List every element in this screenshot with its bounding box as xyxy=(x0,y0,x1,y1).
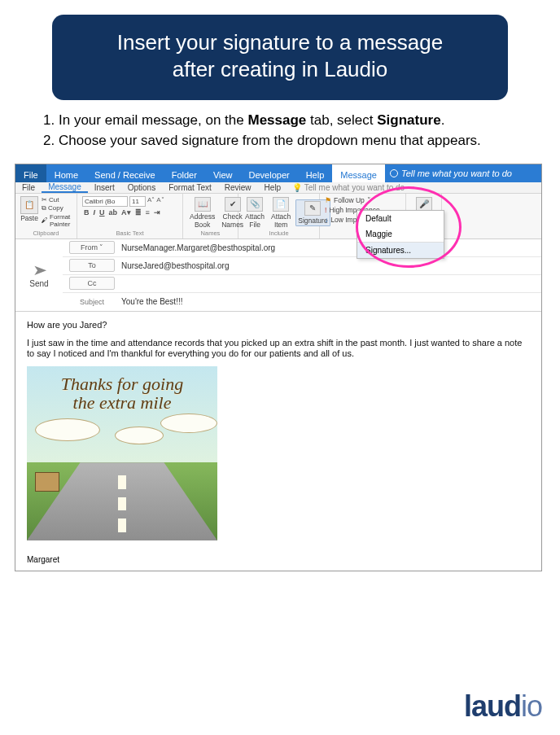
copy-icon: ⧉ xyxy=(42,204,46,212)
laudio-logo: laudio xyxy=(464,689,542,724)
paste-button[interactable]: 📋 Paste xyxy=(20,196,38,228)
font-color-icon[interactable]: A▾ xyxy=(120,208,133,217)
tab-message-active[interactable]: Message xyxy=(332,164,385,182)
group-basic-text: Calibri (Bo 11 A˄ A˅ B I U ab A▾ ≣ ≡ ⇥ B… xyxy=(77,194,183,238)
tab-folder[interactable]: Folder xyxy=(164,164,205,182)
tab-developer[interactable]: Developer xyxy=(241,164,298,182)
clipboard-group-label: Clipboard xyxy=(20,230,72,237)
follow-up-button[interactable]: ⚑Follow Up˅ xyxy=(325,196,400,205)
grow-font-icon[interactable]: A˄ xyxy=(147,196,155,207)
attach-item-icon: 📄 xyxy=(273,197,289,212)
subtab-help[interactable]: Help xyxy=(258,183,288,192)
font-size-select[interactable]: 11 xyxy=(129,196,146,207)
compose-toolbar: 📋 Paste ✂Cut ⧉Copy 🖌Format Painter Clipb… xyxy=(15,194,541,239)
subtab-insert[interactable]: Insert xyxy=(88,183,121,192)
subject-value[interactable]: You're the Best!!! xyxy=(121,297,541,306)
title-banner: Insert your signature to a message after… xyxy=(52,15,508,100)
tell-me-search[interactable]: Tell me what you want to do xyxy=(385,164,541,182)
brush-icon: 🖌 xyxy=(42,217,48,224)
body-greeting: How are you Jared? xyxy=(27,320,530,331)
names-group-label: Names xyxy=(188,230,233,237)
outlook-screenshot: File Home Send / Receive Folder View Dev… xyxy=(15,164,542,571)
title-line-1: Insert your signature to a message xyxy=(117,30,443,55)
subtab-tellme[interactable]: 💡 Tell me what you want to do xyxy=(287,183,541,192)
font-name-select[interactable]: Calibri (Bo xyxy=(82,196,128,207)
cloud-icon xyxy=(35,418,100,441)
card-line-1: Thanks for going xyxy=(61,374,183,394)
bold-button[interactable]: B xyxy=(82,208,91,217)
from-value: NurseManager.Margaret@besthospital.org xyxy=(121,243,541,252)
subtab-options[interactable]: Options xyxy=(121,183,162,192)
cloud-icon xyxy=(115,427,164,444)
sig-option-maggie[interactable]: Maggie xyxy=(357,226,444,242)
address-book-button[interactable]: 📖 Address Book xyxy=(188,196,217,230)
pen-icon: ✎ xyxy=(304,201,321,216)
underline-button[interactable]: U xyxy=(98,208,107,217)
tab-send-receive[interactable]: Send / Receive xyxy=(86,164,164,182)
scissors-icon: ✂ xyxy=(42,196,47,203)
sig-option-default[interactable]: Default xyxy=(357,211,444,226)
copy-button[interactable]: ⧉Copy xyxy=(42,204,72,212)
tab-file[interactable]: File xyxy=(15,164,46,182)
subtab-message[interactable]: Message xyxy=(42,182,88,193)
send-icon: ➤ xyxy=(32,261,46,279)
to-value[interactable]: NurseJared@besthospital.org xyxy=(121,261,541,270)
tab-view[interactable]: View xyxy=(205,164,241,182)
cut-button[interactable]: ✂Cut xyxy=(42,196,72,203)
send-button[interactable]: ➤ Send xyxy=(15,239,63,311)
subtab-file[interactable]: File xyxy=(15,183,42,192)
message-header: ➤ Send From˅ NurseManager.Margaret@besth… xyxy=(15,239,541,312)
attach-item-button[interactable]: 📄 Attach Item xyxy=(269,196,292,230)
lightbulb-icon xyxy=(390,169,398,177)
from-button[interactable]: From˅ xyxy=(69,241,115,254)
format-painter-button[interactable]: 🖌Format Painter xyxy=(42,213,72,228)
to-button[interactable]: To xyxy=(69,259,115,272)
indent-icon[interactable]: ⇥ xyxy=(152,208,162,217)
paperclip-icon: 📎 xyxy=(247,197,263,212)
subject-label: Subject xyxy=(69,296,115,308)
cc-button[interactable]: Cc xyxy=(69,277,115,290)
shrink-font-icon[interactable]: A˅ xyxy=(156,196,164,207)
compose-ribbon-tabs: File Message Insert Options Format Text … xyxy=(15,182,541,194)
subtab-review[interactable]: Review xyxy=(218,183,258,192)
exclamation-icon: ! xyxy=(325,206,326,215)
tab-home[interactable]: Home xyxy=(46,164,86,182)
tab-help[interactable]: Help xyxy=(298,164,333,182)
bullets-icon[interactable]: ≣ xyxy=(133,208,143,217)
chevron-down-icon: ˅ xyxy=(99,243,103,252)
card-line-2: the extra mile xyxy=(73,392,172,413)
highlight-icon[interactable]: ab xyxy=(107,208,120,217)
italic-button[interactable]: I xyxy=(92,208,98,217)
arrow-down-icon: ↓ xyxy=(325,216,328,225)
attach-file-button[interactable]: 📎 Attach File xyxy=(243,196,266,230)
app-ribbon: File Home Send / Receive Folder View Dev… xyxy=(15,164,541,182)
paste-icon: 📋 xyxy=(20,196,38,214)
body-paragraph: I just saw in the time and attendance re… xyxy=(27,338,530,361)
signature-name: Margaret xyxy=(27,555,530,564)
flag-icon: ⚑ xyxy=(325,196,331,205)
chevron-down-icon: ˅ xyxy=(367,196,371,205)
numbering-icon[interactable]: ≡ xyxy=(144,208,151,217)
group-clipboard: 📋 Paste ✂Cut ⧉Copy 🖌Format Painter Clipb… xyxy=(15,194,77,238)
signature-dropdown: Default Maggie Signatures... xyxy=(357,210,444,259)
box-icon xyxy=(35,472,59,492)
basic-text-group-label: Basic Text xyxy=(82,230,177,237)
step-1: In your email message, on the Message ta… xyxy=(59,112,532,130)
step-2: Choose your saved signature from the dro… xyxy=(59,132,532,151)
group-names: 📖 Address Book ✔ Check Names Names xyxy=(183,194,238,238)
sig-option-signatures[interactable]: Signatures... xyxy=(357,242,444,258)
subtab-format-text[interactable]: Format Text xyxy=(162,183,218,192)
include-group-label: Include xyxy=(243,230,314,237)
cloud-icon xyxy=(160,413,217,433)
steps-block: In your email message, on the Message ta… xyxy=(41,112,532,151)
address-book-icon: 📖 xyxy=(195,197,211,212)
thank-you-card: Thanks for going the extra mile xyxy=(27,366,217,540)
group-include: 📎 Attach File 📄 Attach Item ✎ Signature … xyxy=(238,194,320,238)
title-line-2: after creating in Laudio xyxy=(173,57,388,81)
message-body[interactable]: How are you Jared? I just saw in the tim… xyxy=(15,312,541,571)
